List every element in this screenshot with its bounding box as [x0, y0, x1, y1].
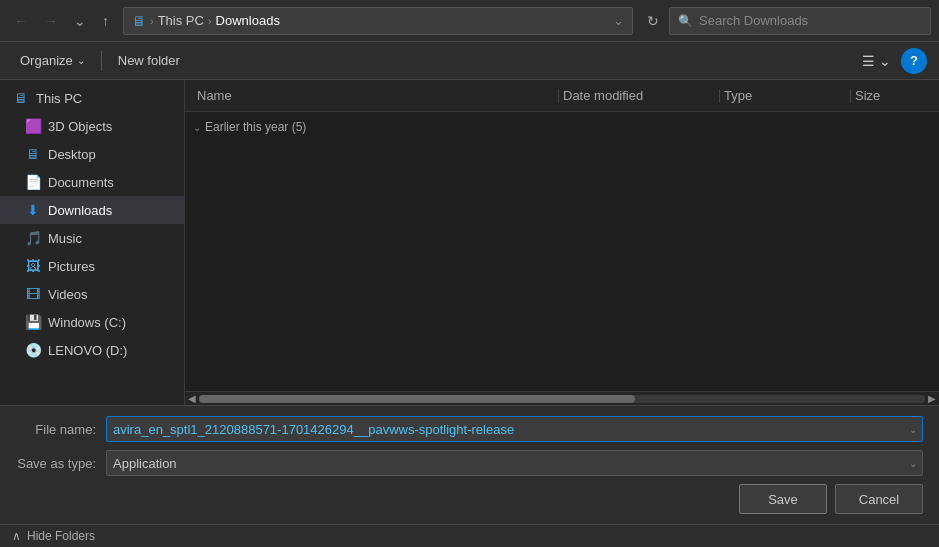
breadcrumb-sep-2: ›	[208, 15, 212, 27]
forward-button[interactable]: →	[38, 9, 64, 33]
action-row: Save Cancel	[16, 484, 923, 514]
desktop-icon: 🖥	[24, 145, 42, 163]
sidebar-music-label: Music	[48, 231, 82, 246]
group-header-earlier[interactable]: ⌄ Earlier this year (5)	[185, 116, 939, 138]
toolbar-right: ☰ ⌄ ?	[856, 48, 927, 74]
help-button[interactable]: ?	[901, 48, 927, 74]
sidebar-3d-objects-label: 3D Objects	[48, 119, 112, 134]
toolbar: Organize ⌄ New folder ☰ ⌄ ?	[0, 42, 939, 80]
sidebar-item-documents[interactable]: 📄 Documents	[0, 168, 184, 196]
hide-folders-label: Hide Folders	[27, 529, 95, 543]
sidebar: 🖥 This PC 🟪 3D Objects 🖥 Desktop 📄 Docum…	[0, 80, 185, 405]
sidebar-item-desktop[interactable]: 🖥 Desktop	[0, 140, 184, 168]
scroll-track[interactable]	[199, 395, 925, 403]
refresh-button[interactable]: ↻	[641, 9, 665, 33]
breadcrumb-this-pc[interactable]: This PC	[158, 13, 204, 28]
sidebar-this-pc-label: This PC	[36, 91, 82, 106]
bottom-bar: File name: ⌄ Save as type: Application ⌄…	[0, 405, 939, 524]
documents-icon: 📄	[24, 173, 42, 191]
view-toggle-button[interactable]: ☰ ⌄	[856, 49, 897, 73]
scroll-thumb	[199, 395, 635, 403]
hide-folders-chevron-icon: ∧	[12, 529, 21, 543]
main-area: 🖥 This PC 🟪 3D Objects 🖥 Desktop 📄 Docum…	[0, 80, 939, 405]
col-header-size[interactable]: Size	[851, 88, 931, 103]
file-name-row: File name: ⌄	[16, 416, 923, 442]
scroll-left-arrow[interactable]: ◀	[185, 392, 199, 406]
sidebar-item-windows-c[interactable]: 💾 Windows (C:)	[0, 308, 184, 336]
back-button[interactable]: ←	[8, 9, 34, 33]
search-icon: 🔍	[678, 14, 693, 28]
3d-objects-icon: 🟪	[24, 117, 42, 135]
sidebar-videos-label: Videos	[48, 287, 88, 302]
videos-icon: 🎞	[24, 285, 42, 303]
organize-button[interactable]: Organize ⌄	[12, 49, 93, 72]
new-folder-label: New folder	[118, 53, 180, 68]
file-name-input-wrapper: ⌄	[106, 416, 923, 442]
top-bar: ← → ⌄ ↑ 🖥 › This PC › Downloads ⌄ ↻ 🔍	[0, 0, 939, 42]
save-as-type-select[interactable]: Application	[106, 450, 923, 476]
sidebar-content: 🖥 This PC 🟪 3D Objects 🖥 Desktop 📄 Docum…	[0, 80, 184, 405]
horizontal-scrollbar[interactable]: ◀ ▶	[185, 391, 939, 405]
toolbar-separator	[101, 51, 102, 71]
save-as-type-label: Save as type:	[16, 456, 106, 471]
sidebar-item-pictures[interactable]: 🖼 Pictures	[0, 252, 184, 280]
new-folder-button[interactable]: New folder	[110, 49, 188, 72]
file-area: Name Date modified Type Size ⌄ Earlier t…	[185, 80, 939, 405]
group-header-text: Earlier this year (5)	[205, 120, 306, 134]
breadcrumb-sep-1: ›	[150, 15, 154, 27]
sidebar-item-3d-objects[interactable]: 🟪 3D Objects	[0, 112, 184, 140]
col-header-name[interactable]: Name	[193, 88, 558, 103]
file-name-label: File name:	[16, 422, 106, 437]
col-header-type[interactable]: Type	[720, 88, 850, 103]
breadcrumb-pc-icon: 🖥	[132, 13, 146, 29]
music-icon: 🎵	[24, 229, 42, 247]
cancel-button[interactable]: Cancel	[835, 484, 923, 514]
breadcrumb-bar: 🖥 › This PC › Downloads ⌄	[123, 7, 633, 35]
sidebar-lenovo-d-label: LENOVO (D:)	[48, 343, 127, 358]
sidebar-desktop-label: Desktop	[48, 147, 96, 162]
sidebar-item-lenovo-d[interactable]: 💿 LENOVO (D:)	[0, 336, 184, 364]
hide-folders-bar[interactable]: ∧ Hide Folders	[0, 524, 939, 547]
save-as-type-wrapper: Application ⌄	[106, 450, 923, 476]
windows-c-icon: 💾	[24, 313, 42, 331]
save-as-type-row: Save as type: Application ⌄	[16, 450, 923, 476]
this-pc-icon: 🖥	[12, 89, 30, 107]
search-bar: 🔍	[669, 7, 931, 35]
file-name-input[interactable]	[106, 416, 923, 442]
organize-label: Organize	[20, 53, 73, 68]
column-headers: Name Date modified Type Size	[185, 80, 939, 112]
sidebar-downloads-label: Downloads	[48, 203, 112, 218]
lenovo-d-icon: 💿	[24, 341, 42, 359]
downloads-icon: ⬇	[24, 201, 42, 219]
scroll-right-arrow[interactable]: ▶	[925, 392, 939, 406]
sidebar-item-music[interactable]: 🎵 Music	[0, 224, 184, 252]
up-button[interactable]: ↑	[96, 9, 115, 33]
sidebar-documents-label: Documents	[48, 175, 114, 190]
recent-locations-button[interactable]: ⌄	[68, 9, 92, 33]
breadcrumb-dropdown-icon[interactable]: ⌄	[613, 13, 624, 28]
sidebar-windows-c-label: Windows (C:)	[48, 315, 126, 330]
sidebar-pictures-label: Pictures	[48, 259, 95, 274]
sidebar-item-videos[interactable]: 🎞 Videos	[0, 280, 184, 308]
sidebar-item-downloads[interactable]: ⬇ Downloads	[0, 196, 184, 224]
breadcrumb-downloads: Downloads	[216, 13, 280, 28]
save-button[interactable]: Save	[739, 484, 827, 514]
file-list[interactable]: ⌄ Earlier this year (5)	[185, 112, 939, 391]
col-header-date[interactable]: Date modified	[559, 88, 719, 103]
pictures-icon: 🖼	[24, 257, 42, 275]
sidebar-item-this-pc[interactable]: 🖥 This PC	[0, 84, 184, 112]
search-input[interactable]	[699, 13, 922, 28]
group-chevron-icon: ⌄	[193, 122, 201, 133]
organize-chevron-icon: ⌄	[77, 55, 85, 66]
